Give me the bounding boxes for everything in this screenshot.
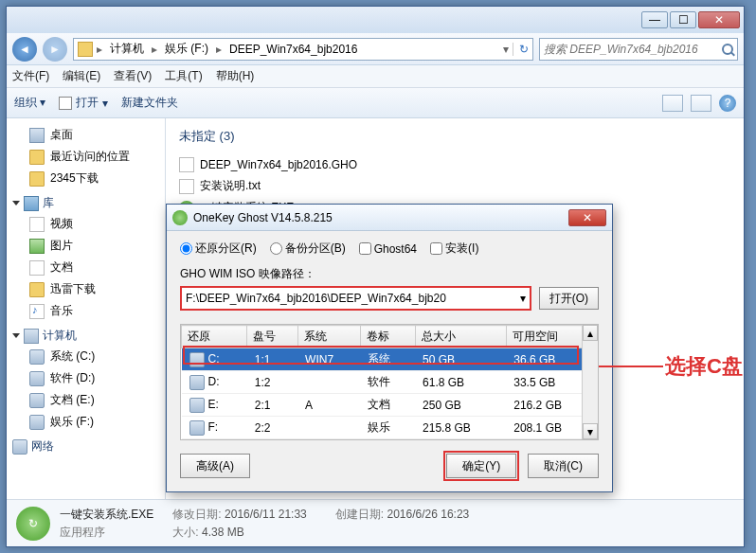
check-ghost64[interactable]: Ghost64 [359, 242, 417, 256]
scrollbar[interactable]: ▴ ▾ [582, 325, 598, 439]
partition-row[interactable]: F: 2:2娱乐215.8 GB208.1 GB [182, 417, 598, 439]
breadcrumb-segment[interactable]: 娱乐 (F:) [161, 41, 212, 57]
search-icon[interactable] [722, 44, 733, 55]
minimize-button[interactable]: — [641, 11, 668, 28]
drive-icon [189, 375, 205, 390]
column-header[interactable]: 总大小 [415, 326, 506, 348]
status-type: 应用程序 [60, 525, 153, 541]
menu-tools[interactable]: 工具(T) [165, 68, 202, 84]
annotation-label: 选择C盘 [665, 352, 743, 381]
exe-icon: ↻ [16, 507, 50, 541]
close-button[interactable]: ✕ [698, 11, 740, 28]
chevron-down-icon[interactable]: ▾ [520, 292, 526, 305]
sidebar-item-label: 系统 (C:) [50, 348, 95, 365]
ico-folder-icon [29, 282, 45, 297]
sidebar-item[interactable]: 音乐 [10, 300, 161, 322]
sidebar-item-label: 音乐 [50, 303, 73, 319]
partition-row[interactable]: C: 1:1WIN7系统50 GB36.6 GB [182, 348, 598, 371]
scroll-down-icon[interactable]: ▾ [583, 423, 598, 439]
menu-view[interactable]: 查看(V) [114, 68, 152, 84]
ico-folder-icon [29, 150, 45, 165]
sidebar-item-label: 文档 (E:) [50, 392, 95, 408]
organize-button[interactable]: 组织 ▾ [14, 95, 45, 111]
sidebar-drive-item[interactable]: 文档 (E:) [10, 389, 161, 411]
cancel-button[interactable]: 取消(C) [528, 454, 599, 478]
ico-doc-icon [29, 260, 45, 276]
open-button[interactable]: 打开▾ [59, 95, 108, 111]
sidebar-item-label: 最近访问的位置 [50, 149, 130, 165]
sidebar-item[interactable]: 视频 [10, 213, 161, 235]
radio-restore[interactable]: 还原分区(R) [180, 241, 257, 257]
check-install[interactable]: 安装(I) [430, 241, 478, 257]
maximize-button[interactable]: ☐ [670, 11, 696, 28]
column-header[interactable]: 还原 [182, 326, 247, 348]
dialog-titlebar: OneKey Ghost V14.5.8.215 ✕ [167, 205, 612, 231]
search-input[interactable] [544, 43, 718, 56]
group-heading: 未指定 (3) [179, 128, 730, 145]
sidebar-group-computer[interactable]: 计算机 [10, 322, 161, 346]
breadcrumb-segment[interactable]: 计算机 [106, 41, 148, 57]
column-header[interactable]: 盘号 [247, 326, 297, 348]
titlebar: — ☐ ✕ [7, 7, 744, 33]
nav-bar: ◄ ► ▸ 计算机 ▸ 娱乐 (F:) ▸ DEEP_Win7x64_bjb20… [7, 33, 744, 65]
ico-pic-icon [29, 239, 45, 254]
ok-button[interactable]: 确定(Y) [446, 454, 516, 478]
drive-icon [29, 415, 45, 430]
sidebar-item-label: 娱乐 (F:) [50, 414, 94, 430]
advanced-button[interactable]: 高级(A) [180, 454, 250, 478]
preview-pane-button[interactable] [691, 95, 711, 112]
view-mode-button[interactable] [662, 95, 683, 112]
file-icon [179, 157, 194, 172]
column-header[interactable]: 系统 [297, 326, 360, 348]
file-item[interactable]: DEEP_Win7x64_bjb2016.GHO [179, 154, 730, 175]
new-folder-button[interactable]: 新建文件夹 [121, 95, 178, 111]
sidebar-group-library[interactable]: 库 [10, 189, 161, 213]
sidebar-group-network[interactable]: 网络 [10, 433, 161, 456]
sidebar-item[interactable]: 最近访问的位置 [10, 146, 161, 168]
annotation-arrow [599, 366, 663, 367]
sidebar-item[interactable]: 迅雷下载 [10, 278, 161, 300]
sidebar-drive-item[interactable]: 软件 (D:) [10, 367, 161, 389]
sidebar-item[interactable]: 桌面 [10, 124, 161, 146]
drive-icon [29, 393, 45, 408]
address-bar[interactable]: ▸ 计算机 ▸ 娱乐 (F:) ▸ DEEP_Win7x64_bjb2016 ▾… [73, 38, 533, 61]
dialog-close-button[interactable]: ✕ [568, 209, 606, 226]
folder-icon [78, 42, 93, 57]
sidebar-item[interactable]: 文档 [10, 257, 161, 278]
breadcrumb-segment[interactable]: DEEP_Win7x64_bjb2016 [225, 43, 361, 56]
drive-icon [29, 371, 45, 386]
dialog-title: OneKey Ghost V14.5.8.215 [193, 211, 333, 224]
open-image-button[interactable]: 打开(O) [539, 287, 599, 310]
menu-file[interactable]: 文件(F) [12, 68, 49, 84]
column-header[interactable]: 卷标 [360, 326, 415, 348]
sidebar-item-label: 文档 [50, 259, 73, 276]
image-path-combo[interactable]: F:\DEEP_Win7x64_bjb2016\DEEP_Win7x64_bjb… [180, 286, 531, 311]
ico-pc-icon [29, 128, 45, 143]
sidebar-item[interactable]: 2345下载 [10, 168, 161, 189]
drive-icon [29, 349, 45, 365]
help-icon[interactable]: ? [719, 95, 736, 112]
sidebar-drive-item[interactable]: 系统 (C:) [10, 346, 161, 367]
menu-edit[interactable]: 编辑(E) [63, 68, 100, 84]
status-filename: 一键安装系统.EXE [60, 507, 153, 523]
drive-icon [189, 352, 205, 367]
menu-help[interactable]: 帮助(H) [216, 68, 255, 84]
partition-row[interactable]: D: 1:2软件61.8 GB33.5 GB [182, 371, 598, 394]
refresh-icon[interactable]: ↻ [513, 43, 529, 56]
sidebar-drive-item[interactable]: 娱乐 (F:) [10, 411, 161, 433]
back-button[interactable]: ◄ [12, 37, 37, 62]
partition-row[interactable]: E: 2:1A文档250 GB216.2 GB [182, 394, 598, 417]
search-box[interactable] [539, 38, 738, 61]
computer-icon [24, 329, 39, 344]
scroll-up-icon[interactable]: ▴ [583, 325, 598, 341]
sidebar-item-label: 2345下载 [50, 170, 99, 187]
sidebar-item-label: 视频 [50, 216, 73, 232]
forward-button[interactable]: ► [43, 37, 67, 62]
onekey-ghost-dialog: OneKey Ghost V14.5.8.215 ✕ 还原分区(R) 备份分区(… [166, 204, 613, 492]
file-name: DEEP_Win7x64_bjb2016.GHO [200, 158, 357, 171]
menu-bar: 文件(F) 编辑(E) 查看(V) 工具(T) 帮助(H) [7, 65, 744, 88]
radio-backup[interactable]: 备份分区(B) [270, 241, 346, 257]
file-item[interactable]: 安装说明.txt [179, 175, 730, 197]
sidebar-item[interactable]: 图片 [10, 235, 161, 257]
sidebar-item-label: 图片 [50, 238, 73, 254]
